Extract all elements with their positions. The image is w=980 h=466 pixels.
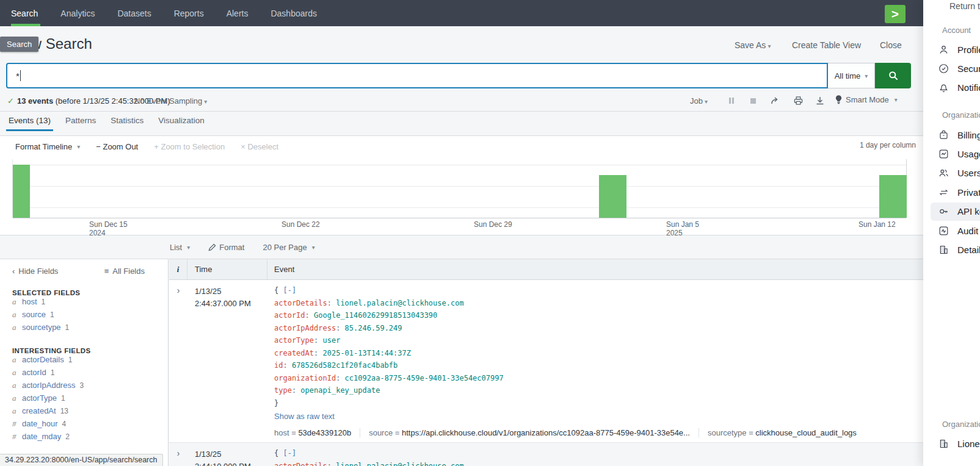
format-results-button[interactable]: Format — [208, 243, 244, 252]
event-meta-row: host = 53de4339120bsource = https://api.… — [274, 428, 923, 437]
export-icon[interactable] — [814, 95, 826, 106]
column-header-info[interactable]: i — [169, 259, 187, 279]
close-button[interactable]: Close — [880, 40, 902, 50]
create-table-view-button[interactable]: Create Table View — [792, 40, 861, 50]
field-item-date_mday[interactable]: #date_mday2 — [12, 432, 168, 444]
result-tabs: Events (13)PatternsStatisticsVisualizati… — [9, 116, 205, 131]
return-to-link[interactable]: Return to — [949, 1, 980, 11]
field-item-actorId[interactable]: aactorId1 — [12, 368, 168, 380]
stop-icon[interactable] — [747, 95, 759, 106]
menu-item-label: Billing — [957, 130, 980, 140]
tab-visualization[interactable]: Visualization — [158, 116, 205, 131]
nav-item-alerts[interactable]: Alerts — [227, 0, 262, 26]
meta-host[interactable]: host = 53de4339120b — [274, 428, 360, 437]
menu-item-label: Security — [957, 63, 980, 74]
building-icon — [938, 438, 949, 450]
format-timeline-dropdown[interactable]: Format Timeline▾ — [15, 142, 80, 151]
lightbulb-icon — [835, 95, 842, 104]
column-header-event[interactable]: Event — [267, 265, 923, 274]
field-item-sourcetype[interactable]: asourcetype1 — [12, 323, 168, 335]
menu-item-profile[interactable]: Profile — [938, 40, 980, 59]
field-item-createdAt[interactable]: acreatedAt13 — [12, 406, 168, 418]
numeric-field-icon: # — [12, 419, 18, 429]
meta-sourcetype[interactable]: sourcetype = clickhouse_cloud_audit_logs — [699, 428, 865, 437]
nav-item-dashboards[interactable]: Dashboards — [270, 0, 330, 26]
show-raw-text-link[interactable]: Show as raw text — [274, 410, 335, 423]
expand-event-icon[interactable]: › — [169, 280, 187, 442]
nav-hover-tooltip: Search — [0, 37, 38, 52]
json-collapse-link[interactable]: [-] — [283, 286, 296, 295]
field-item-host[interactable]: ahost1 — [12, 297, 168, 309]
nav-item-analytics[interactable]: Analytics — [60, 0, 108, 26]
json-collapse-link[interactable]: [-] — [283, 449, 296, 457]
string-field-icon: a — [12, 323, 18, 332]
column-header-time[interactable]: Time — [187, 259, 267, 279]
field-item-actorIpAddress[interactable]: aactorIpAddress3 — [12, 381, 168, 393]
event-row: ›1/13/252:44:37.000 PM{ [-]actorDetails:… — [169, 280, 923, 443]
menu-item-label: Details — [957, 245, 980, 255]
nav-item-datasets[interactable]: Datasets — [117, 0, 164, 26]
deselect-button: × Deselect — [241, 142, 278, 151]
person-icon — [938, 44, 949, 56]
field-item-date_hour[interactable]: #date_hour4 — [12, 419, 168, 431]
job-menu-dropdown[interactable]: Job▾ — [690, 96, 708, 106]
list-view-dropdown[interactable]: List▾ — [170, 243, 190, 252]
menu-item-audit[interactable]: Audit — [938, 221, 978, 240]
field-item-source[interactable]: asource1 — [12, 310, 168, 322]
time-range-picker[interactable]: All time▾ — [828, 63, 875, 88]
zoom-out-button[interactable]: − Zoom Out — [96, 142, 138, 151]
string-field-icon: a — [12, 406, 18, 416]
menu-item-billing[interactable]: Billing — [938, 126, 980, 144]
section-header-organization: Organization — [942, 110, 980, 120]
save-as-button[interactable]: Save As▾ — [735, 40, 771, 50]
timeline-chart[interactable] — [12, 159, 907, 218]
bell-icon — [938, 82, 949, 93]
meta-source[interactable]: source = https://api.clickhouse.cloud/v1… — [360, 428, 699, 437]
event-cell: { [-]actorDetails: lionel.palacin@clickh… — [267, 280, 923, 442]
menu-item-details[interactable]: Details — [938, 240, 980, 259]
menu-item-lionel[interactable]: Lionel — [938, 434, 980, 453]
list-icon: ≡ — [104, 267, 109, 276]
menu-item-usage[interactable]: Usage — [938, 145, 980, 163]
print-icon[interactable] — [792, 95, 804, 106]
tab-statistics[interactable]: Statistics — [111, 116, 143, 131]
share-icon[interactable] — [769, 95, 782, 106]
splunk-logo-icon[interactable]: > — [885, 5, 906, 23]
menu-item-users[interactable]: Users — [938, 164, 980, 182]
menu-item-private[interactable]: Private — [938, 183, 980, 201]
timeline-bar[interactable] — [599, 175, 626, 218]
caret-down-icon: ▾ — [865, 73, 868, 79]
menu-item-label: Audit — [957, 226, 978, 236]
x-tick-label: Sun Dec 22 — [281, 220, 320, 229]
x-tick-label: Sun Jan 12 — [858, 220, 896, 229]
event-sampling-dropdown[interactable]: No Event Sampling▾ — [134, 96, 207, 106]
timeline-bar[interactable] — [13, 165, 30, 218]
expand-event-icon[interactable]: › — [169, 443, 187, 466]
json-open-line: { [-] — [274, 447, 923, 460]
audit-activity-icon — [938, 225, 949, 237]
hide-fields-button[interactable]: ‹Hide Fields — [12, 267, 58, 276]
event-date: 1/13/25 — [195, 448, 267, 461]
all-fields-button[interactable]: ≡All Fields — [104, 267, 145, 276]
json-field-line: createdAt: 2025-01-13T14:44:37Z — [274, 347, 923, 360]
users-group-icon — [938, 167, 949, 179]
gridline — [13, 207, 906, 208]
field-item-actorType[interactable]: aactorType1 — [12, 393, 168, 406]
numeric-field-icon: # — [12, 432, 18, 442]
timeline-bar[interactable] — [879, 175, 907, 218]
billing-bag-icon — [938, 129, 949, 141]
smart-mode-dropdown[interactable]: Smart Mode▾ — [835, 95, 898, 104]
nav-item-search[interactable]: Search — [11, 0, 51, 26]
nav-item-reports[interactable]: Reports — [174, 0, 217, 26]
search-input[interactable]: * — [6, 63, 828, 88]
field-item-actorDetails[interactable]: aactorDetails1 — [12, 355, 168, 367]
menu-item-security[interactable]: Security — [938, 59, 980, 77]
tab-events-[interactable]: Events (13) — [9, 116, 51, 131]
tab-patterns[interactable]: Patterns — [65, 116, 96, 131]
pause-icon[interactable] — [725, 95, 738, 106]
menu-item-api-keys[interactable]: API keys — [938, 203, 980, 221]
menu-item-notifications[interactable]: Notifications — [938, 79, 980, 97]
per-page-dropdown[interactable]: 20 Per Page▾ — [263, 243, 314, 252]
menu-item-label: Notifications — [957, 82, 980, 93]
search-button[interactable] — [875, 63, 911, 88]
